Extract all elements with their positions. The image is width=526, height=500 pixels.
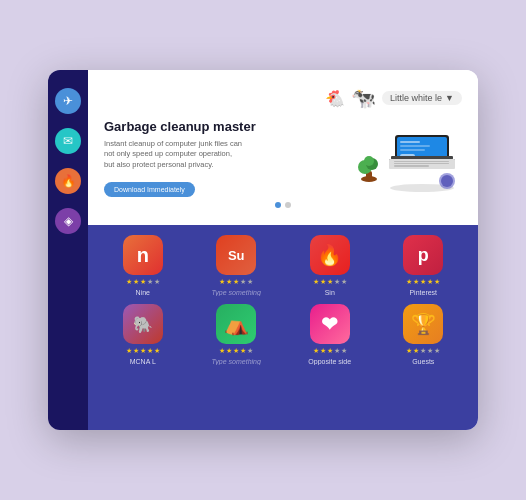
star: ★ [334,278,340,286]
star: ★ [140,278,146,286]
star: ★ [406,347,412,355]
app-label-pinterest: Pinterest [409,289,437,296]
app-label-guests: Guests [412,358,434,365]
star: ★ [154,278,160,286]
banner-section: 🐔 🐄 Little white le ▼ Garbage cleanup ma… [88,70,478,225]
banner-header: 🐔 🐄 Little white le ▼ [104,86,462,110]
chevron-down-icon: ▼ [445,93,454,103]
app-item-opposite-side[interactable]: ❤ ★ ★ ★ ★ ★ Opposite side [287,304,373,365]
svg-rect-14 [391,156,453,159]
star: ★ [247,278,253,286]
app-icon-campsite: ⛺ [216,304,256,344]
star: ★ [334,347,340,355]
star: ★ [320,278,326,286]
app-icon-stumbleupon: Su [216,235,256,275]
main-content: 🐔 🐄 Little white le ▼ Garbage cleanup ma… [88,70,478,430]
star: ★ [126,278,132,286]
banner-body: Garbage cleanup master Instant cleanup o… [104,118,462,198]
star: ★ [327,347,333,355]
app-item-stumbleupon[interactable]: Su ★ ★ ★ ★ ★ Type something [194,235,280,296]
svg-point-20 [441,175,453,187]
cow-icon: 🐄 [351,86,376,110]
star: ★ [406,278,412,286]
star: ★ [240,278,246,286]
app-label-opposite: Opposite side [308,358,351,365]
app-item-campsite[interactable]: ⛺ ★ ★ ★ ★ ★ Type something [194,304,280,365]
app-label-mastodon: MCNA L [130,358,156,365]
app-icon-trophy: 🏆 [403,304,443,344]
stars-guests: ★ ★ ★ ★ ★ [406,347,440,355]
star: ★ [226,278,232,286]
app-item-pinterest[interactable]: p ★ ★ ★ ★ ★ Pinterest [381,235,467,296]
svg-rect-10 [400,141,420,143]
banner-title: Garbage cleanup master [104,119,332,134]
app-item-guests[interactable]: 🏆 ★ ★ ★ ★ ★ Guests [381,304,467,365]
carousel-dots [104,202,462,208]
star: ★ [247,347,253,355]
svg-rect-17 [394,163,449,164]
star: ★ [313,278,319,286]
stars-opposite: ★ ★ ★ ★ ★ [313,347,347,355]
sidebar-icon-telegram[interactable]: ✈ [55,88,81,114]
star: ★ [320,347,326,355]
app-label-nine: Nine [136,289,150,296]
svg-rect-11 [400,145,430,147]
star: ★ [434,347,440,355]
app-icon-fire: 🔥 [310,235,350,275]
app-label-stumbleupon: Type something [212,289,261,296]
svg-rect-12 [400,149,425,151]
sidebar: ✈ ✉ 🔥 ◈ [48,70,88,430]
svg-point-4 [364,156,374,166]
star: ★ [327,278,333,286]
download-button[interactable]: Download Immediately [104,182,195,197]
chicken-icon: 🐔 [325,89,345,108]
app-item-mastodon[interactable]: 🐘 ★ ★ ★ ★ ★ MCNA L [100,304,186,365]
star: ★ [133,347,139,355]
star: ★ [341,347,347,355]
banner-text-area: Garbage cleanup master Instant cleanup o… [104,119,332,198]
stars-campsite: ★ ★ ★ ★ ★ [219,347,253,355]
banner-description: Instant cleanup of computer junk files c… [104,139,244,171]
app-icon-pinterest: p [403,235,443,275]
stars-fire: ★ ★ ★ ★ ★ [313,278,347,286]
app-label-campsite: Type something [212,358,261,365]
dot-1[interactable] [275,202,281,208]
laptop-illustration [347,121,457,196]
sidebar-icon-fire[interactable]: 🔥 [55,168,81,194]
star: ★ [233,278,239,286]
banner-image [342,118,462,198]
dropdown-label: Little white le [390,93,442,103]
star: ★ [420,278,426,286]
dot-2[interactable] [285,202,291,208]
app-icon-heart: ❤ [310,304,350,344]
star: ★ [420,347,426,355]
star: ★ [413,278,419,286]
app-label-fire: Sin [325,289,335,296]
dropdown-pill[interactable]: Little white le ▼ [382,91,462,105]
star: ★ [133,278,139,286]
star: ★ [219,278,225,286]
svg-rect-18 [394,165,429,167]
star: ★ [233,347,239,355]
star: ★ [240,347,246,355]
star: ★ [226,347,232,355]
star: ★ [341,278,347,286]
app-item-fire[interactable]: 🔥 ★ ★ ★ ★ ★ Sin [287,235,373,296]
star: ★ [140,347,146,355]
star: ★ [154,347,160,355]
stars-nine: ★ ★ ★ ★ ★ [126,278,160,286]
star: ★ [427,347,433,355]
app-icon-mastodon: 🐘 [123,304,163,344]
star: ★ [126,347,132,355]
star: ★ [413,347,419,355]
star: ★ [147,278,153,286]
sidebar-icon-shield[interactable]: ◈ [55,208,81,234]
app-grid: n ★ ★ ★ ★ ★ Nine Su ★ ★ ★ [100,235,466,365]
stars-pinterest: ★ ★ ★ ★ ★ [406,278,440,286]
stars-stumbleupon: ★ ★ ★ ★ ★ [219,278,253,286]
star: ★ [434,278,440,286]
star: ★ [313,347,319,355]
app-item-nine[interactable]: n ★ ★ ★ ★ ★ Nine [100,235,186,296]
star: ★ [219,347,225,355]
sidebar-icon-message[interactable]: ✉ [55,128,81,154]
